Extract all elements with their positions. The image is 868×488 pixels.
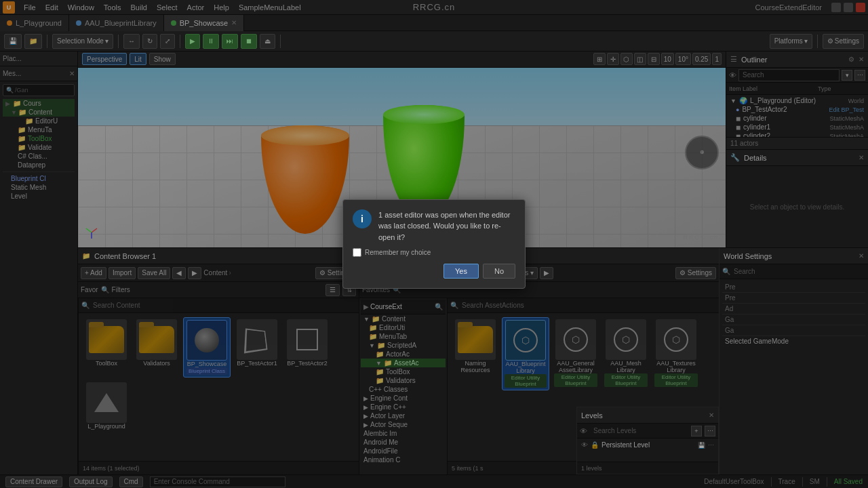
eye-icon[interactable]: 👁 [729,71,736,79]
show-button[interactable]: Show [149,53,176,65]
step-button[interactable]: ⏭ [222,34,238,49]
menu-sample[interactable]: SampleMenuLabel [234,0,306,15]
tab-bp-showcase[interactable]: BP_Showcase ✕ [164,15,245,31]
cb2-tree-animation[interactable]: Animation C [361,455,446,464]
content-drawer-button[interactable]: Content Drawer [5,476,62,487]
cmd-button[interactable]: Cmd [119,476,143,487]
cb2-tree-engine-cpp[interactable]: ▶ Engine C++ [361,403,446,411]
menu-edit[interactable]: Edit [41,0,63,15]
cb2-tree-android[interactable]: Android Me [361,438,446,447]
cb2-tree-scripteda[interactable]: ▼ 📁 ScriptedA [361,341,446,350]
content-button[interactable]: 📁 [24,34,42,49]
tree-item-cours[interactable]: ▶ 📁 Cours [3,99,75,108]
transform-rotate-button[interactable]: ↻ [142,34,157,49]
cb2-tree-actorac[interactable]: 📁 ActorAc [361,350,446,359]
outliner-item-cylinder[interactable]: ◼ cylinder StaticMeshA [728,114,867,123]
cb2-asset-aau-blueprint[interactable]: ⬡ AAU_Blueprint Library Editor Utility B… [502,317,549,390]
ws-search-input[interactable] [730,266,865,278]
cb2-tree-engine-cont[interactable]: ▶ Engine Cont [361,394,446,403]
cb2-tree-cpp[interactable]: C++ Classes [361,385,446,394]
cb1-add-button[interactable]: + Add [81,267,106,279]
cb1-asset-bp-showcase[interactable]: BP_Showcase Blueprint Class [183,317,231,378]
play-button[interactable]: ▶ [185,34,200,49]
vp-grid-btn[interactable]: 10 [661,53,674,65]
menu-window[interactable]: Window [63,0,99,15]
eject-button[interactable]: ⏏ [260,34,275,49]
menu-actor[interactable]: Actor [182,0,210,15]
lock-level-icon[interactable]: 🔒 [591,441,599,449]
nav-gizmo[interactable]: ⊕ [685,136,719,169]
minimize-button[interactable] [831,3,841,12]
output-log-button[interactable]: Output Log [69,476,112,487]
vp-icon-5[interactable]: ⊟ [648,53,660,65]
cb1-history-back[interactable]: ◀ [172,267,186,279]
vp-scale-btn[interactable]: 0.25 [692,53,711,65]
menu-help[interactable]: Help [209,0,234,15]
vp-icon-3[interactable]: ⬡ [620,53,633,65]
close-sidebar-icon[interactable]: ✕ [69,70,75,77]
vp-val-btn[interactable]: 1 [712,53,722,65]
level-save-icon[interactable]: 💾 [698,442,705,449]
dialog-yes-button[interactable]: Yes [443,264,479,279]
platforms-button[interactable]: Platforms ▾ [770,34,812,49]
menu-build[interactable]: Build [126,0,152,15]
tree-item-editoru[interactable]: 📁 EditorU [3,117,75,125]
cb1-asset-validators[interactable]: Validators [133,317,180,378]
cb1-asset-toolbox[interactable]: ToolBox [83,317,130,378]
eye-level-icon[interactable]: 👁 [581,441,588,449]
cb2-tree-assetac[interactable]: ▼ 📁 AssetAc [361,359,446,367]
vp-icon-1[interactable]: ⊞ [593,53,606,65]
tree-item-content[interactable]: ▼ 📁 Content [3,108,75,117]
tree-item-static-mesh[interactable]: Static Mesh [3,183,75,192]
cb1-search-input[interactable] [90,300,356,312]
menu-select[interactable]: Select [152,0,182,15]
cb2-tree-toolbox[interactable]: 📁 ToolBox [361,367,446,376]
cb2-settings-button[interactable]: ⚙ Settings [675,267,716,279]
outliner-item-bp-testactor2[interactable]: ● BP_TestActor2 Edit BP_Test [728,105,867,114]
cb2-tree-editoruti[interactable]: 📁 EditorUti [361,323,446,332]
transform-scale-button[interactable]: ⤢ [160,34,175,49]
cb2-breadcrumb-btn[interactable]: ▶ [540,267,553,279]
cb2-tree-menutab[interactable]: 📁 MenuTab [361,332,446,341]
tab-blueprint-library[interactable]: AAU_BlueprintLibrary [69,15,164,31]
lit-button[interactable]: Lit [130,53,146,65]
cb1-search-favor-icon[interactable]: 🔍 [101,286,109,293]
cb2-asset-aau-general[interactable]: ⬡ AAU_General AssetLibrary Editor Utilit… [552,317,599,390]
cb2-tree-actor-seque[interactable]: ▶ Actor Seque [361,420,446,429]
tree-item-blueprint-cl[interactable]: Blueprint Cl [3,174,75,183]
cb2-tree-androidfile[interactable]: AndroidFile [361,447,446,455]
levels-close-icon[interactable]: ✕ [709,411,714,419]
cb2-search-input[interactable] [458,300,716,312]
levels-eye-icon[interactable]: 👁 [580,427,587,435]
vp-icon-4[interactable]: ◫ [634,53,646,65]
save-button[interactable]: 💾 [4,34,22,49]
tree-item-toolbox[interactable]: 📁 ToolBox [3,134,75,143]
bc-content[interactable]: Content [203,269,227,277]
cb1-view-options[interactable]: ☰ [326,284,340,296]
outliner-item-world[interactable]: ▼ 🌍 L_Playground (Editor) World [728,96,867,105]
details-close-icon[interactable]: ✕ [859,154,864,161]
cb2-tree-alembic[interactable]: Alembic Im [361,429,446,438]
ws-close-icon[interactable]: ✕ [859,252,864,260]
levels-persistent-level[interactable]: 👁 🔒 Persistent Level 💾 ⋯ [578,440,717,450]
cb2-asset-aau-textures[interactable]: ⬡ AAU_Textures Library Editor Utility Bl… [652,317,700,390]
outliner-settings-icon[interactable]: ⚙ [848,56,854,63]
bp-testactor2-edit[interactable]: Edit BP_Test [829,106,864,113]
perspective-button[interactable]: Perspective [82,53,127,65]
dialog-remember-checkbox[interactable] [353,248,361,257]
outliner-search-input[interactable] [738,69,840,81]
outliner-close-icon[interactable]: ✕ [859,56,864,63]
close-button[interactable] [856,3,865,12]
tree-item-level[interactable]: Level [3,192,75,201]
cb2-tree-content[interactable]: ▼ 📁 Content [361,314,446,323]
selection-mode-button[interactable]: Selection Mode ▾ [52,34,113,49]
cb1-save-all-button[interactable]: Save All [138,267,170,279]
dialog-no-button[interactable]: No [483,264,515,279]
outliner-item-cylinder2[interactable]: ◼ cylinder2 StaticMeshA [728,131,867,137]
cb2-tree-actor-layer[interactable]: ▶ Actor Layer [361,411,446,420]
tree-item-validate[interactable]: 📁 Validate [3,143,75,152]
cb1-history-fwd[interactable]: ▶ [188,267,201,279]
vp-icon-2[interactable]: ✛ [607,53,619,65]
stop-button[interactable]: ⏹ [241,34,257,49]
tab-l-playground[interactable]: L_Playground [0,15,69,31]
